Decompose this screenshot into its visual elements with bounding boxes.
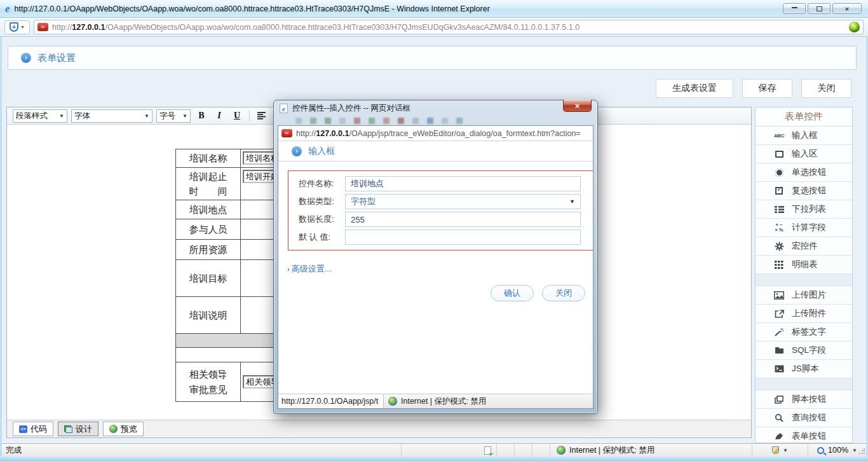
sidebar-item-upload-image[interactable]: 上传图片: [756, 286, 852, 305]
sidebar-spacer: [756, 378, 852, 390]
design-icon: [64, 425, 72, 433]
align-left-button[interactable]: [255, 109, 269, 123]
sidebar-item-detail-table[interactable]: 明细表: [756, 256, 852, 274]
toolbar-separator: [249, 110, 250, 121]
field-label: 数据长度:: [299, 214, 345, 225]
sidebar-item-script-button[interactable]: 脚本按钮: [756, 390, 852, 409]
dialog-close-button[interactable]: ×: [563, 100, 592, 112]
protected-mode-segment[interactable]: ▼: [752, 444, 808, 457]
security-360-icon[interactable]: [849, 22, 860, 32]
sidebar-item-dropdown-list[interactable]: 下拉列表: [756, 200, 852, 219]
address-bar: + ▼ ∞ http://127.0.0.1/OAapp/WebObjects/…: [0, 18, 868, 37]
page-header: › 表单设置: [8, 46, 857, 70]
sidebar-item-label: 下拉列表: [792, 203, 826, 215]
chevron-right-icon: ›: [287, 265, 290, 273]
chevron-down-icon: ▼: [59, 113, 64, 119]
sidebar-item-text-area[interactable]: 输入区: [756, 145, 852, 163]
sidebar-item-js-script[interactable]: JS脚本: [756, 360, 852, 378]
dialog-url-host: 127.0.0.1: [316, 129, 349, 138]
dialog-zone-text: Internet | 保护模式: 禁用: [401, 396, 487, 407]
sidebar-item-label: 复选按钮: [792, 185, 826, 196]
minimize-button[interactable]: [783, 3, 806, 14]
font-family-dropdown[interactable]: 字体 ▼: [71, 109, 153, 123]
window-title: http://127.0.0.1/OAapp/WebObjects/OAapp.…: [15, 4, 783, 13]
sidebar-item-label: 上传图片: [792, 289, 826, 301]
tab-preview[interactable]: 预览: [103, 422, 144, 436]
paragraph-style-dropdown[interactable]: 段落样式 ▼: [13, 109, 67, 123]
window-frame-bottom: [0, 457, 868, 461]
tab-design[interactable]: 设计: [58, 422, 98, 436]
field-label: 控件名称:: [299, 178, 345, 189]
dialog-status-zone: Internet | 保护模式: 禁用: [384, 396, 487, 407]
sidebar-item-label: 标签文字: [792, 326, 826, 338]
chevron-down-icon: ▼: [182, 113, 187, 119]
sidebar-item-label: 表单按钮: [792, 430, 826, 442]
sidebar-item-macro-control[interactable]: 宏控件: [756, 237, 852, 256]
dialog-titlebar[interactable]: e 控件属性--插入控件 -- 网页对话框: [274, 100, 597, 116]
sidebar-item-form-button[interactable]: 表单按钮: [756, 427, 852, 443]
compatibility-shield-button[interactable]: + ▼: [4, 20, 30, 34]
zone-text: Internet | 保护模式: 禁用: [569, 445, 655, 456]
align-left-icon: [257, 112, 266, 120]
default-value-input[interactable]: [345, 230, 581, 245]
dialog-title: 控件属性--插入控件 -- 网页对话框: [292, 103, 410, 114]
tab-label: 代码: [31, 423, 47, 435]
oa-favicon-icon: ∞: [281, 129, 292, 137]
row-label: 所用资源: [176, 240, 241, 260]
status-segment: [401, 444, 496, 457]
row-label: 培训说明: [176, 297, 241, 334]
chevron-down-icon: ▼: [20, 25, 25, 29]
sidebar-item-label: 脚本按钮: [792, 394, 826, 405]
dialog-status-url: http://127.0.0.1/OAapp/jsp/t: [278, 394, 384, 408]
sidebar-item-label: 查询按钮: [792, 412, 826, 423]
save-button[interactable]: 保存: [742, 79, 792, 98]
maximize-icon: [817, 6, 822, 11]
close-icon: ×: [845, 5, 849, 13]
sidebar-item-radio-button[interactable]: 单选按钮: [756, 163, 852, 182]
data-length-input[interactable]: [345, 212, 581, 227]
generate-table-settings-button[interactable]: 生成表设置: [656, 79, 733, 98]
italic-button[interactable]: I: [212, 109, 226, 123]
font-family-label: 字体: [74, 111, 90, 121]
sidebar-item-label: 单选按钮: [792, 167, 826, 178]
form-controls-sidebar: 表单控件 ABC 输入框 输入区 单选按钮 复选按钮 下拉列表 + −× % 计…: [755, 107, 853, 443]
sidebar-item-checkbox[interactable]: 复选按钮: [756, 182, 852, 200]
sidebar-title: 表单控件: [756, 107, 852, 127]
url-path: /OAapp/WebObjects/OAapp.woa/wo/com.oa800…: [105, 23, 580, 32]
data-type-select[interactable]: 字符型 ▼: [345, 194, 581, 209]
advanced-settings-link[interactable]: › 高级设置...: [287, 263, 332, 275]
magnifier-icon: [817, 447, 824, 454]
glass-reflection: [295, 118, 553, 125]
dialog-content: › 输入框 控件名称: 数据类型: 字符型 ▼ 数据长度:: [278, 141, 593, 394]
bold-button[interactable]: B: [194, 109, 208, 123]
sidebar-item-label: 输入框: [792, 130, 818, 141]
confirm-button[interactable]: 确认: [491, 285, 534, 301]
chevron-down-icon: ▼: [852, 448, 857, 453]
resize-grip[interactable]: [858, 448, 865, 455]
font-size-dropdown[interactable]: 字号 ▼: [156, 109, 191, 123]
tab-code[interactable]: <> 代码: [13, 422, 53, 436]
sidebar-item-sql-field[interactable]: SQL字段: [756, 341, 852, 360]
sidebar-item-input-box[interactable]: ABC 输入框: [756, 127, 852, 145]
sidebar-item-query-button[interactable]: 查询按钮: [756, 409, 852, 427]
close-button[interactable]: ×: [832, 3, 862, 14]
sidebar-item-calculated-field[interactable]: + −× % 计算字段: [756, 219, 852, 237]
zoom-control[interactable]: 100% ▼: [808, 444, 866, 457]
maximize-button[interactable]: [808, 3, 831, 14]
dropdown-list-icon: [773, 205, 785, 214]
sidebar-item-label-text[interactable]: 标签文字: [756, 323, 852, 341]
font-size-label: 字号: [159, 111, 175, 121]
row-label: 参与人员: [176, 219, 241, 240]
url-field[interactable]: ∞ http://127.0.0.1/OAapp/WebObjects/OAap…: [34, 20, 864, 34]
control-name-input[interactable]: [345, 176, 581, 191]
sidebar-item-upload-attachment[interactable]: 上传附件: [756, 305, 852, 323]
close-page-button[interactable]: 关闭: [801, 79, 851, 98]
row-label: 培训地点: [176, 200, 241, 219]
row-label-line1: 相关领导: [189, 369, 227, 380]
zoom-level: 100%: [828, 446, 848, 455]
shield-icon: [772, 446, 779, 454]
dialog-close-action-button[interactable]: 关闭: [542, 285, 585, 301]
radio-icon: [773, 169, 785, 177]
dialog-section-header: › 输入框: [278, 141, 593, 162]
underline-button[interactable]: U: [230, 109, 244, 123]
